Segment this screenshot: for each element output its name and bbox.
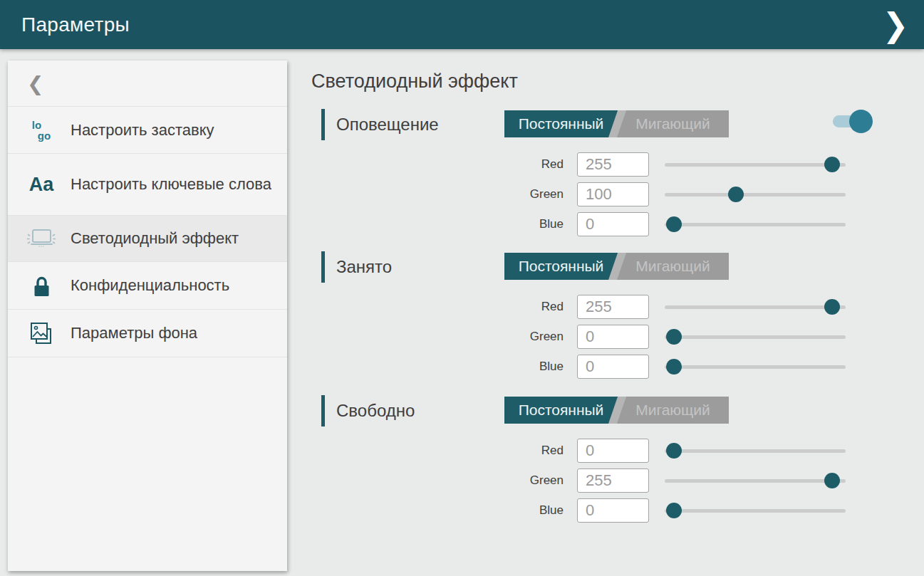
red-value-input[interactable]	[577, 439, 649, 463]
red-value-input[interactable]	[577, 152, 649, 177]
green-slider[interactable]	[665, 182, 846, 206]
sidebar-item-label: Параметры фона	[71, 323, 197, 343]
slider-thumb[interactable]	[824, 473, 840, 488]
chevron-right-icon: ❯	[883, 6, 909, 44]
green-slider[interactable]	[665, 468, 846, 493]
sidebar-item-led-effect[interactable]: Светодиодный эффект	[8, 216, 287, 262]
slider-thumb[interactable]	[666, 359, 682, 375]
section-label: Оповещение	[336, 109, 439, 140]
lock-icon	[26, 274, 56, 298]
solid-mode-button[interactable]: Постоянный	[504, 397, 618, 424]
enabled-switch[interactable]	[833, 109, 873, 136]
red-slider[interactable]	[665, 152, 846, 177]
blue-value-input[interactable]	[577, 355, 649, 379]
green-value-input[interactable]	[577, 325, 649, 349]
green-value-input[interactable]	[577, 182, 649, 206]
page-heading: Светодиодный эффект	[311, 70, 518, 93]
green-value-input[interactable]	[577, 468, 649, 493]
section-busy: Занято Постоянный Мигающий Red Green	[321, 251, 884, 387]
forward-button[interactable]: ❯	[877, 0, 914, 51]
blue-channel-label: Blue	[321, 503, 564, 518]
green-channel-label: Green	[321, 473, 564, 488]
slider-track	[665, 163, 846, 167]
solid-mode-button[interactable]: Постоянный	[504, 110, 618, 137]
sidebar-item-privacy[interactable]: Конфиденциальность	[8, 262, 287, 310]
section-alert: Оповещение Постоянный Мигающий Red Green	[321, 109, 884, 244]
accent-bar	[321, 395, 325, 426]
blue-value-input[interactable]	[577, 212, 649, 236]
slider-thumb[interactable]	[824, 157, 840, 172]
mode-toggle: Постоянный Мигающий	[504, 110, 729, 137]
section-free: Свободно Постоянный Мигающий Red Green	[321, 395, 884, 530]
blinking-mode-button[interactable]: Мигающий	[617, 110, 729, 137]
sidebar-item-splash[interactable]: lo go Настроить заставку	[8, 107, 287, 154]
section-label: Занято	[336, 251, 392, 283]
blue-slider[interactable]	[665, 498, 846, 523]
red-slider[interactable]	[665, 295, 846, 319]
red-slider[interactable]	[665, 439, 846, 463]
mode-toggle: Постоянный Мигающий	[504, 397, 729, 424]
page-title: Параметры	[21, 14, 130, 36]
sidebar: ❮ lo go Настроить заставку Aa Настроить …	[8, 61, 287, 571]
sidebar-item-label: Конфиденциальность	[71, 276, 229, 295]
blue-slider[interactable]	[665, 355, 846, 379]
slider-thumb[interactable]	[666, 329, 682, 345]
slider-thumb[interactable]	[666, 503, 682, 518]
slider-track	[665, 449, 846, 453]
slider-track	[665, 365, 846, 369]
green-slider[interactable]	[665, 325, 846, 349]
sidebar-item-keywords[interactable]: Aa Настроить ключевые слова	[8, 154, 287, 216]
slider-thumb[interactable]	[666, 443, 682, 459]
blue-channel-label: Blue	[321, 217, 564, 231]
blue-slider[interactable]	[665, 212, 846, 236]
slider-track	[665, 305, 846, 309]
main-content: Светодиодный эффект Оповещение Постоянны…	[288, 49, 924, 576]
section-label: Свободно	[336, 395, 415, 426]
slider-track	[665, 509, 846, 513]
monitor-glow-icon	[26, 226, 56, 251]
app-header: Параметры ❯	[0, 0, 924, 49]
accent-bar	[321, 109, 325, 140]
green-channel-label: Green	[321, 330, 564, 344]
logo-icon: lo go	[26, 120, 56, 141]
logo-icon-line2: go	[38, 130, 51, 141]
switch-thumb	[849, 110, 873, 133]
logo-icon-line1: lo	[32, 120, 51, 130]
mode-toggle: Постоянный Мигающий	[504, 253, 729, 280]
red-channel-label: Red	[321, 300, 564, 314]
letters-aa-icon: Aa	[26, 174, 56, 196]
green-channel-label: Green	[321, 187, 564, 201]
sidebar-back-button[interactable]: ❮	[8, 61, 287, 107]
blue-value-input[interactable]	[577, 498, 649, 523]
solid-mode-button[interactable]: Постоянный	[504, 253, 618, 280]
sidebar-item-label: Настроить ключевые слова	[71, 174, 271, 194]
slider-track	[665, 479, 846, 483]
blue-channel-label: Blue	[321, 360, 564, 374]
sidebar-item-label: Настроить заставку	[71, 120, 214, 140]
sidebar-item-background[interactable]: Параметры фона	[8, 310, 287, 357]
slider-track	[665, 335, 846, 339]
sidebar-item-label: Светодиодный эффект	[71, 229, 239, 248]
slider-thumb[interactable]	[824, 299, 840, 315]
chevron-left-icon: ❮	[27, 72, 43, 95]
slider-thumb[interactable]	[728, 187, 744, 202]
images-icon	[26, 320, 56, 347]
accent-bar	[321, 251, 325, 283]
red-channel-label: Red	[321, 157, 564, 172]
blinking-mode-button[interactable]: Мигающий	[617, 253, 729, 280]
blinking-mode-button[interactable]: Мигающий	[617, 397, 729, 424]
red-channel-label: Red	[321, 444, 564, 458]
red-value-input[interactable]	[577, 295, 649, 319]
slider-track	[665, 193, 846, 197]
settings-screen: Параметры ❯ ❮ lo go Настроить заставку A…	[0, 0, 924, 576]
slider-track	[665, 223, 846, 226]
slider-thumb[interactable]	[666, 216, 682, 232]
